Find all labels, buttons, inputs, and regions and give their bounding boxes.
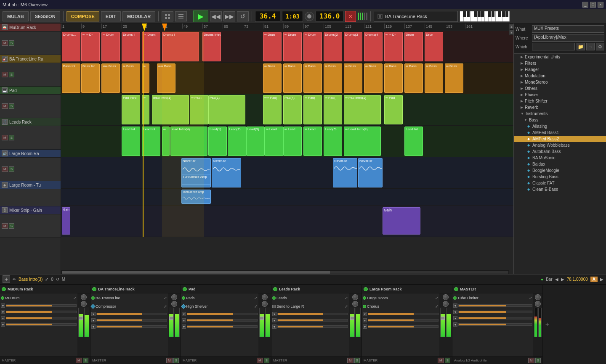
scroll-down-button[interactable]: ▼ <box>510 30 514 34</box>
tree-item-reverb[interactable]: ▶ Reverb <box>514 104 606 111</box>
clip-bass-11[interactable]: ∞ Bass <box>344 63 362 93</box>
mute-button-pad[interactable]: M <box>2 103 8 109</box>
clip-bass-14[interactable]: ∞ Bass <box>404 63 423 93</box>
mute-button-bass[interactable]: M <box>2 72 8 77</box>
clip-bass-13[interactable]: ∞ Bass <box>384 63 403 93</box>
browser-folder-icon[interactable]: 📁 <box>577 43 585 50</box>
clip-pad-11[interactable]: ∞ Pad <box>384 95 403 124</box>
mc-fader-mudrum-r[interactable] <box>84 308 89 337</box>
clip-drums-1[interactable]: Drums... <box>62 32 80 61</box>
tree-item-flanger[interactable]: ▶ Flanger <box>514 66 606 73</box>
tree-item-classic-fat[interactable]: ◆ Classic FAT <box>514 180 606 186</box>
clip-leads-7[interactable]: Lead(3) <box>246 127 265 156</box>
vertical-scrollbar[interactable]: ▲ ▼ <box>509 24 513 35</box>
mc-fader-handle[interactable] <box>79 317 83 320</box>
clip-leads-13[interactable]: Lead Int <box>404 127 423 156</box>
mc-arrow-down-3[interactable]: ▼ <box>1 316 5 320</box>
clip-drums-2[interactable]: ∞ ∞ Dr <box>81 32 100 61</box>
mc-solo-largeroom[interactable]: S <box>445 358 450 363</box>
tree-item-ba-musonic[interactable]: ◆ BA MuSonic <box>514 155 606 161</box>
grid-view-button[interactable] <box>162 11 173 21</box>
clip-drums-9[interactable]: ∞ Drum <box>283 32 302 61</box>
solo-button-largeroom[interactable]: S <box>9 166 14 172</box>
clip-drums-14[interactable]: ∞ ∞ Dr <box>384 32 403 61</box>
horizontal-scrollbar[interactable] <box>61 270 509 274</box>
loop-button[interactable]: ↺ <box>237 11 249 21</box>
clip-pad-5[interactable]: Pad(1) <box>208 95 245 124</box>
clip-drums-16[interactable]: Drun <box>425 32 443 61</box>
mc-fader-ba-r[interactable] <box>175 308 180 337</box>
mc-mute-largeroom[interactable]: M <box>438 358 444 363</box>
mc-slider-track-2[interactable] <box>6 311 77 313</box>
clip-bass-16[interactable]: ∞ Bass <box>445 63 463 93</box>
what-dropdown[interactable]: MUX Presets <box>532 25 604 33</box>
clip-bass-9[interactable]: ∞ Bass <box>303 63 322 93</box>
modular-button[interactable]: MODULAR <box>122 11 155 21</box>
mc-inst-expand-mudrum[interactable]: ⤢ <box>73 296 77 300</box>
tree-item-boogieoogie[interactable]: ◆ BoogieMoogie <box>514 167 606 174</box>
mc-solo-master[interactable]: S <box>535 358 541 363</box>
rewind-button[interactable]: ◀◀ <box>210 11 222 21</box>
clip-bass-12[interactable]: ∞ Bass <box>364 63 383 93</box>
arrange-track-drums[interactable]: Drums... ∞ ∞ Dr ∞ Drum Drums I → Drum Dr… <box>61 31 513 63</box>
clip-room-3[interactable]: Never-sr <box>333 158 357 187</box>
tempo-display[interactable]: 36.4 <box>255 11 280 22</box>
clip-leads-12[interactable]: ∞ Lead Intro(4) <box>344 127 381 156</box>
solo-button-drums[interactable]: S <box>9 40 14 46</box>
clip-bass-6[interactable]: ∞∞ Bass <box>157 63 175 93</box>
arrange-view[interactable]: 1 9 17 25 33 41 49 57 65 73 81 89 97 105… <box>61 24 513 274</box>
tree-item-clean-ebass[interactable]: ◆ Clean E-Bass <box>514 186 606 193</box>
clip-drums-12[interactable]: Drums(3 <box>344 32 362 61</box>
clip-drums-7[interactable]: Drums Intro(2) <box>202 32 221 61</box>
solo-button-mixer[interactable]: S <box>9 223 14 229</box>
clip-drums-13[interactable]: Drums(4 <box>364 32 383 61</box>
tree-item-aliasing[interactable]: ◆ Aliasing <box>514 123 606 129</box>
clip-room-turbulence[interactable]: Turbulence Amp <box>181 174 211 185</box>
arrange-track-largeroom2[interactable]: Turbulence Amp <box>61 189 513 206</box>
list-view-button[interactable] <box>175 11 187 21</box>
solo-button-pad[interactable]: S <box>9 103 14 109</box>
mc-arrow-down-4[interactable]: ▼ <box>1 322 5 327</box>
mc-solo-pad[interactable]: S <box>264 358 269 363</box>
clip-drums-5[interactable]: → Drum <box>142 32 160 61</box>
clip-drums-6[interactable]: Drums I <box>162 32 199 61</box>
arrange-track-leads[interactable]: Lead Int Lead Int ∞ lead Intro(4) Lead(1… <box>61 126 513 157</box>
mc-knob-ba[interactable] <box>171 294 177 300</box>
add-track-button[interactable]: + <box>3 275 10 283</box>
mc-power-dot-pad[interactable] <box>183 287 187 291</box>
clip-gain-2[interactable]: Gain <box>383 207 420 235</box>
clip-drums-3[interactable]: ∞ Drum <box>101 32 120 61</box>
where-dropdown[interactable]: {AppLibrary}/Mux <box>532 34 604 42</box>
mc-solo-mudrum[interactable]: S <box>83 358 88 363</box>
clip-leads-11[interactable]: Lead(5) <box>324 127 342 156</box>
clip-bass-7[interactable]: ∞ Bass <box>263 63 282 93</box>
arrange-track-bass[interactable]: Bass Int Bass Int ∞∞ Bass ∞ Bass ∞ ∞∞ Ba… <box>61 63 513 94</box>
clip-pad-8[interactable]: ∞ Pad( <box>303 95 322 124</box>
forward-button[interactable]: ▶▶ <box>223 11 235 21</box>
arrange-track-pad[interactable]: Pad Intro ∞ lead Intro(1) ∞ Pad : Pad(1)… <box>61 94 513 126</box>
clip-gain-1[interactable]: Gain <box>62 207 70 235</box>
scroll-up-button[interactable]: ▲ <box>510 24 514 29</box>
clip-leads-1[interactable]: Lead Int <box>122 127 140 156</box>
add-channel-button[interactable]: + <box>543 285 551 364</box>
clip-bass-3[interactable]: ∞∞ Bass <box>101 63 120 93</box>
clip-pad-1[interactable]: Pad Intro <box>122 95 140 124</box>
tree-item-others[interactable]: ▶ Others <box>514 85 606 92</box>
clip-pad-3[interactable]: lead Intro(1) <box>152 95 189 124</box>
tree-item-modulation[interactable]: ▶ Modulation <box>514 73 606 79</box>
clip-bass-8[interactable]: ∞ Bass <box>283 63 302 93</box>
clip-pad-9[interactable]: ∞ Pad( <box>324 95 342 124</box>
mc-mute-ba[interactable]: M <box>166 358 173 363</box>
mc-arrow-down-1[interactable]: ▼ <box>1 303 5 308</box>
clip-drums-15[interactable]: Drum <box>404 32 423 61</box>
arrange-track-mixer[interactable]: Gain Gain <box>61 206 513 237</box>
mc-power-dot-master[interactable] <box>454 287 458 291</box>
clip-bass-2[interactable]: Bass Int <box>81 63 100 93</box>
tree-item-phaser[interactable]: ▶ Phaser <box>514 92 606 98</box>
mc-fader-mudrum-l[interactable] <box>78 308 83 337</box>
mute-button-drums[interactable]: M <box>2 40 8 46</box>
clip-room-2[interactable]: Never-sr <box>212 158 241 187</box>
clip-drums-10[interactable]: ∞ Drum <box>303 32 322 61</box>
clip-room-4[interactable]: Never-sr <box>358 158 383 187</box>
tree-item-autobahn-bass[interactable]: ◆ Autobahn Bass <box>514 148 606 155</box>
